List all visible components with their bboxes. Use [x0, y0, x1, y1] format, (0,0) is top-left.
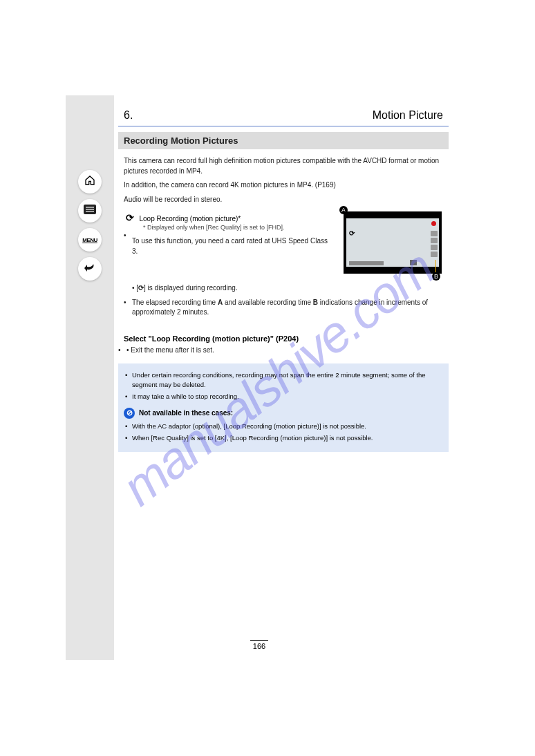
section-title: Recording Motion Pictures [118, 132, 449, 149]
page-number-wrap: 166 [66, 640, 453, 650]
loop-left: ⟳ Loop Recording (motion picture)* * Dis… [124, 211, 339, 274]
lcd-screen [346, 218, 439, 267]
step-title: Select "Loop Recording (motion picture)"… [118, 322, 449, 346]
intro-text-2: In addition, the camera can record 4K mo… [124, 180, 443, 191]
record-dot-icon [431, 221, 436, 226]
list-icon [84, 205, 96, 217]
loop-label-line: ⟳ Loop Recording (motion picture)* [124, 211, 339, 224]
lcd-botbar [346, 267, 439, 274]
chapter-header: 6. Motion Picture [118, 95, 449, 124]
rec-indicator-line: • [⟳] is displayed during recording. [124, 283, 443, 294]
content-area: 6. Motion Picture Recording Motion Pictu… [118, 95, 449, 452]
note-line-2: It may take a while to stop recording. [132, 392, 443, 401]
lcd-frame: ⟳ [344, 211, 442, 274]
intro-text-1: This camera can record full high definit… [124, 156, 443, 176]
list-button[interactable] [78, 199, 102, 223]
na-item-1: With the AC adaptor (optional), [Loop Re… [132, 422, 443, 431]
note-box: Under certain recording conditions, reco… [118, 363, 449, 452]
back-button[interactable] [78, 257, 102, 281]
side-indicator-2 [431, 238, 438, 243]
home-icon [84, 175, 95, 189]
rec-indicator-block: • [⟳] is displayed during recording. The… [118, 276, 449, 318]
not-available-header: ⊘ Not available in these cases: [124, 408, 443, 419]
page-number: 166 [250, 640, 268, 650]
side-indicator-3 [431, 245, 438, 250]
loop-icon: ⟳ [124, 212, 136, 223]
not-available-icon: ⊘ [124, 408, 135, 419]
lcd-diagram: A ⟳ [339, 211, 443, 274]
manual-page: MENU 6. Motion Picture Recording Motion … [66, 95, 453, 660]
bottom-icon [410, 260, 417, 265]
uhs-note: To use this function, you need a card ra… [124, 231, 339, 256]
chapter-number: 6. [124, 109, 133, 122]
loop-icon-on-lcd: ⟳ [349, 229, 355, 237]
loop-footnote: * Displayed only when [Rec Quality] is s… [124, 224, 339, 231]
loop-row: ⟳ Loop Recording (motion picture)* * Dis… [118, 209, 449, 276]
side-indicator-4 [431, 252, 438, 257]
callout-b-line [435, 260, 436, 272]
menu-strip-icon [349, 261, 384, 265]
lcd-topbar [346, 211, 439, 218]
not-available-list: With the AC adaptor (optional), [Loop Re… [124, 422, 443, 443]
loop-label: Loop Recording (motion picture) [139, 215, 238, 223]
page-wrap: MENU 6. Motion Picture Recording Motion … [0, 0, 535, 756]
not-available-label: Not available in these cases: [139, 408, 233, 419]
header-rule [118, 126, 449, 126]
side-indicator-1 [431, 231, 438, 236]
menu-button[interactable]: MENU [78, 228, 102, 252]
audio-line: Audio will be recorded in stereo. [124, 195, 443, 205]
back-icon [84, 263, 96, 275]
elapsed-line: The elapsed recording time A and availab… [124, 298, 443, 318]
callout-b-badge: B [432, 272, 440, 281]
menu-label: MENU [82, 237, 97, 243]
note-line-1: Under certain recording conditions, reco… [132, 370, 443, 390]
intro-block: This camera can record full high definit… [118, 149, 449, 205]
chapter-title: Motion Picture [373, 109, 443, 122]
loop-star: * [238, 215, 241, 223]
sidebar: MENU [66, 95, 114, 660]
exit-menu-line: • Exit the menu after it is set. [118, 346, 449, 356]
home-button[interactable] [78, 170, 102, 193]
na-item-2: When [Rec Quality] is set to [4K], [Loop… [132, 433, 443, 443]
